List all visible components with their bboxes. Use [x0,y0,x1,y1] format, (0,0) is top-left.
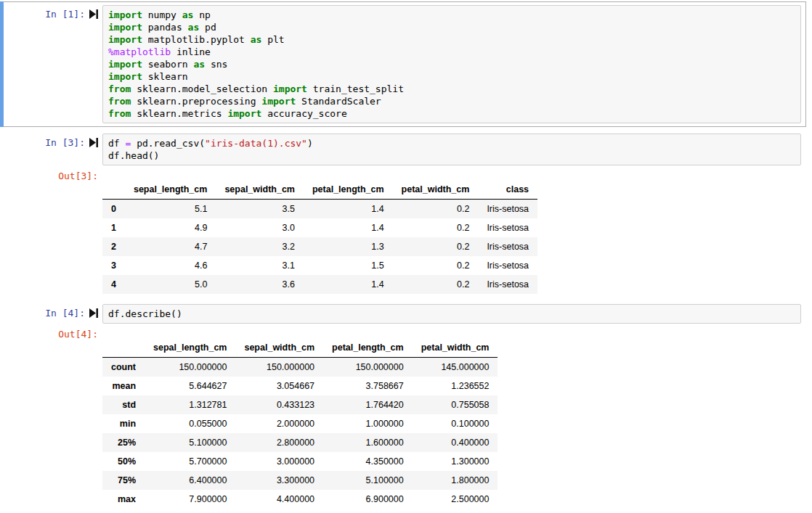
output-area: sepal_length_cmsepal_width_cmpetal_lengt… [102,329,498,509]
table-row: 50%5.7000003.0000004.3500001.300000 [102,452,498,471]
code-cell-2[interactable]: In [3]: df = pd.read_csv("iris-data(1).c… [0,130,806,297]
code-editor[interactable]: import numpy as npimport pandas as pdimp… [102,5,801,123]
table-row: 14.93.01.40.2Iris-setosa [102,218,537,237]
table-cell: 5.1 [125,200,216,219]
column-header-cell: sepal_width_cm [235,338,323,358]
cell-input-row: In [3]: df = pd.read_csv("iris-data(1).c… [1,134,801,165]
input-prompt: In [1]: [45,9,85,20]
column-header-cell: petal_width_cm [413,338,498,358]
dataframe-head-table: sepal_length_cmsepal_width_cmpetal_lengt… [102,180,537,294]
table-cell: 0.055000 [145,414,235,433]
code-line: %matplotlib inline [108,46,795,58]
prompt-column: In [1]: [1,5,102,20]
output-area: sepal_length_cmsepal_width_cmpetal_lengt… [102,171,537,294]
table-cell: 5.100000 [145,433,235,452]
table-cell: 5.100000 [323,471,413,490]
table-cell: 0.400000 [413,433,498,452]
row-index-cell: max [102,490,145,509]
run-cell-icon[interactable] [89,9,98,19]
table-cell: 3.054667 [235,377,323,395]
table-cell: 3.5 [216,200,304,219]
table-cell: 3.000000 [235,452,323,471]
code-line: df = pd.read_csv("iris-data(1).csv") [108,137,795,149]
column-header-cell: sepal_length_cm [125,180,216,200]
code-block: df.describe() [108,308,795,320]
index-header-cell [102,180,125,200]
row-index-cell: mean [102,377,145,395]
table-row: 45.03.61.40.2Iris-setosa [102,275,537,294]
row-index-cell: 3 [102,256,125,275]
table-cell: 150.000000 [235,358,323,377]
table-cell: 1.4 [304,218,393,237]
table-row: min0.0550002.0000001.0000000.100000 [102,414,498,433]
output-prompt: Out[3]: [58,171,98,181]
table-cell: 2.800000 [235,433,323,452]
table-cell: Iris-setosa [478,200,537,219]
code-line: df.head() [108,149,795,162]
code-cell-1[interactable]: In [1]: import numpy as npimport pandas … [0,1,806,127]
row-index-cell: 25% [102,433,145,452]
table-cell: 4.7 [125,237,216,256]
table-cell: 0.2 [393,218,479,237]
row-index-cell: 1 [102,218,125,237]
table-row: mean5.6446273.0546673.7586671.236552 [102,377,498,395]
table-cell: 1.4 [304,200,393,219]
row-index-cell: 75% [102,471,145,490]
table-cell: 0.2 [393,200,479,219]
run-cell-icon[interactable] [89,308,98,318]
cell-input-row: In [1]: import numpy as npimport pandas … [1,5,801,123]
table-cell: 1.4 [304,275,393,294]
code-editor[interactable]: df = pd.read_csv("iris-data(1).csv")df.h… [102,134,801,165]
table-cell: 1.800000 [413,471,498,490]
prompt-column: Out[4]: [1,329,102,340]
table-cell: 5.0 [125,275,216,294]
table-cell: 0.433123 [235,395,323,414]
table-cell: 6.900000 [323,490,413,509]
table-cell: 1.3 [304,237,393,256]
table-row: count150.000000150.000000150.000000145.0… [102,358,498,377]
prompt-column: Out[3]: [1,171,102,181]
table-row: 24.73.21.30.2Iris-setosa [102,237,537,256]
table-cell: 2.000000 [235,414,323,433]
table-cell: 4.350000 [323,452,413,471]
prompt-column: In [4]: [1,304,102,319]
table-cell: 7.900000 [145,490,235,509]
index-header-cell [102,338,145,358]
table-cell: Iris-setosa [478,237,537,256]
notebook: In [1]: import numpy as npimport pandas … [0,0,812,512]
table-cell: 2.500000 [413,490,498,509]
row-index-cell: 4 [102,275,125,294]
table-row: 05.13.51.40.2Iris-setosa [102,200,537,219]
code-line: import sklearn [108,70,795,83]
code-line: import pandas as pd [108,21,795,33]
cell-input-row: In [4]: df.describe() [1,304,801,324]
input-prompt: In [3]: [45,137,85,148]
table-cell: 3.300000 [235,471,323,490]
table-cell: 0.2 [393,237,479,256]
table-cell: 1.312781 [145,395,235,414]
code-editor[interactable]: df.describe() [102,304,801,324]
row-index-cell: 0 [102,200,125,219]
row-index-cell: min [102,414,145,433]
run-cell-icon[interactable] [89,138,98,147]
dataframe-describe-table: sepal_length_cmsepal_width_cmpetal_lengt… [102,338,498,509]
output-prompt: Out[4]: [58,329,98,340]
table-cell: 1.5 [304,256,393,275]
table-cell: 5.700000 [145,452,235,471]
cell-output-row: Out[4]: sepal_length_cmsepal_width_cmpet… [1,329,801,509]
code-line: from sklearn.metrics import accuracy_sco… [108,107,795,120]
table-cell: 0.2 [393,256,479,275]
code-line: df.describe() [108,308,795,320]
table-row: 34.63.11.50.2Iris-setosa [102,256,537,275]
row-index-cell: count [102,358,145,377]
code-line: from sklearn.model_selection import trai… [108,83,795,95]
code-cell-3[interactable]: In [4]: df.describe() Out[4]: sepal_leng… [0,300,806,512]
code-line: import matplotlib.pyplot as plt [108,33,795,46]
table-cell: 1.236552 [413,377,498,395]
input-prompt: In [4]: [45,308,85,319]
column-header-cell: petal_width_cm [393,180,479,200]
table-row: std1.3127810.4331231.7644200.755058 [102,395,498,414]
table-cell: Iris-setosa [478,275,537,294]
column-header-cell: petal_length_cm [323,338,413,358]
table-cell: 150.000000 [323,358,413,377]
